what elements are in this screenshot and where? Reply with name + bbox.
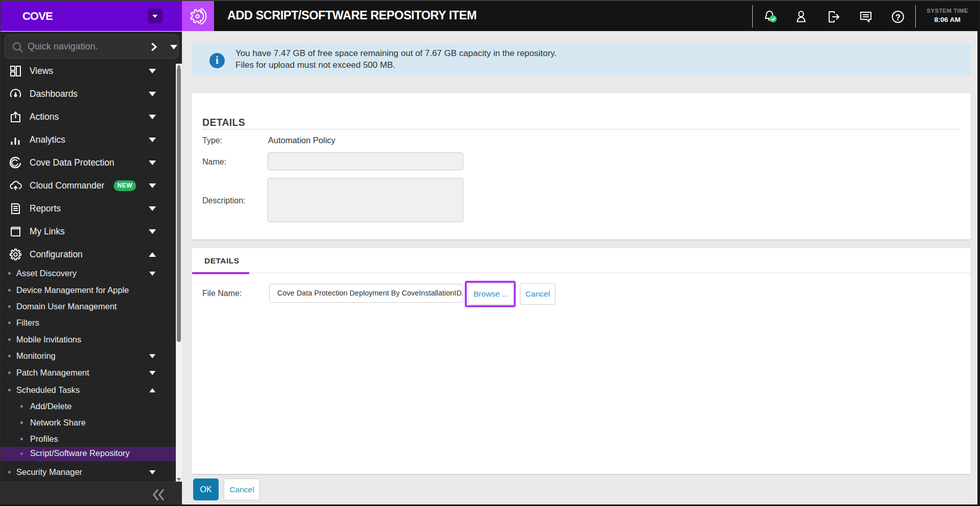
svg-text:?: ? xyxy=(895,13,900,22)
